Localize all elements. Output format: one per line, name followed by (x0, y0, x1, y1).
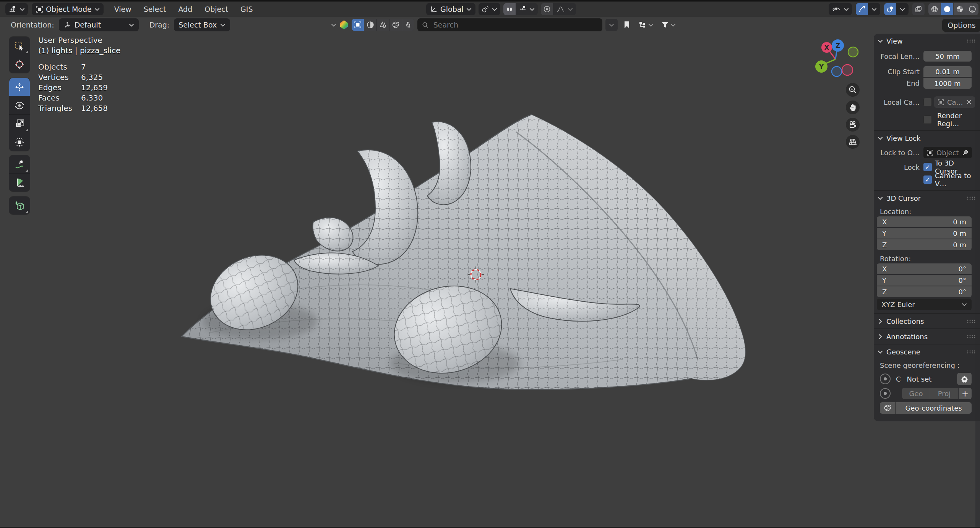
local-camera-object-field[interactable]: Ca… (934, 96, 975, 108)
menu-view[interactable]: View (108, 3, 138, 15)
mode-selector[interactable]: Object Mode (32, 3, 104, 15)
panel-view-lock-header[interactable]: View Lock (874, 131, 980, 145)
axis-neg-y-ball[interactable] (848, 47, 858, 57)
panel-3d-cursor-header[interactable]: 3D Cursor (874, 191, 980, 205)
panel-annotations-header[interactable]: Annotations (874, 329, 980, 344)
panel-collections-header[interactable]: Collections (874, 314, 980, 328)
cursor-rotation-x[interactable]: X0° (877, 263, 972, 274)
tool-scale[interactable] (9, 114, 30, 133)
options-button[interactable]: Options (942, 19, 980, 32)
shading-solid-button[interactable] (941, 3, 953, 15)
tool-rotate[interactable] (9, 96, 30, 114)
gis-primitives-tool[interactable] (377, 19, 389, 31)
pizza-slice-mesh[interactable] (164, 96, 761, 409)
editor-type-selector[interactable] (5, 3, 28, 15)
shading-wireframe-button[interactable] (928, 3, 941, 15)
overlays-toggle[interactable] (884, 3, 896, 15)
menu-select[interactable]: Select (138, 3, 172, 15)
shading-material-button[interactable] (954, 3, 966, 15)
xray-toggle[interactable] (912, 3, 925, 15)
viewport-pan-button[interactable] (846, 101, 860, 114)
focal-length-field[interactable]: 50 mm (923, 51, 972, 62)
viewport-zoom-button[interactable] (846, 83, 860, 97)
axis-neg-x-ball[interactable] (842, 65, 853, 75)
viewport-3d[interactable] (164, 96, 761, 409)
lock-to-cursor-checkbox[interactable]: ✓ (923, 163, 932, 171)
topping-basil-curl-large[interactable] (352, 150, 418, 264)
panel-grip-icon[interactable] (966, 350, 976, 354)
panel-view-header[interactable]: View (874, 34, 980, 48)
tool-annotate[interactable] (9, 155, 30, 173)
axis-y-ball[interactable]: Y (815, 60, 827, 73)
tool-transform[interactable] (9, 133, 30, 151)
tool-add-cube[interactable] (9, 197, 30, 214)
axis-x-ball[interactable]: X (821, 42, 832, 53)
collapsed-dropdown[interactable] (605, 19, 618, 31)
geo-button[interactable]: Geo (902, 388, 930, 399)
crs-radio[interactable] (880, 374, 891, 384)
gis-select-tool[interactable] (352, 19, 364, 31)
chevron-down-icon[interactable] (331, 23, 336, 27)
proportional-edit-toggle[interactable] (541, 3, 553, 15)
cursor-rotation-y[interactable]: Y0° (877, 275, 972, 286)
cursor-location-x[interactable]: X0 m (877, 216, 972, 227)
clip-end-field[interactable]: 1000 m (923, 78, 972, 89)
bookmark-button[interactable] (621, 19, 633, 31)
tool-select-box[interactable] (9, 37, 30, 55)
color-gem-icon[interactable] (339, 20, 349, 30)
shading-rendered-button[interactable] (966, 3, 978, 15)
drag-dropdown[interactable]: Select Box (174, 18, 230, 31)
add-crs-button[interactable]: + (959, 388, 972, 399)
axis-neg-z-ball[interactable] (832, 67, 842, 76)
gis-globe-tool[interactable] (389, 19, 402, 31)
proj-button[interactable]: Proj (930, 388, 958, 399)
local-camera-checkbox[interactable] (923, 98, 932, 106)
gis-brush-tool[interactable] (402, 19, 414, 31)
topping-basil-curl-small[interactable] (427, 122, 471, 205)
axis-z-ball[interactable]: Z (832, 39, 844, 52)
render-region-checkbox[interactable] (923, 115, 932, 124)
crs-settings-button[interactable] (957, 373, 972, 385)
eyedropper-icon[interactable] (962, 149, 969, 156)
lock-to-object-field[interactable]: Object (923, 147, 972, 158)
panel-grip-icon[interactable] (966, 319, 976, 323)
clip-start-field[interactable]: 0.01 m (923, 66, 972, 77)
tool-cursor[interactable] (9, 55, 30, 73)
search-input[interactable] (433, 20, 598, 29)
menu-add[interactable]: Add (172, 3, 198, 15)
geocoords-globe-button[interactable] (880, 402, 895, 414)
geo-coordinates-button[interactable]: Geo-coordinates (896, 402, 972, 414)
euler-order-dropdown[interactable]: XYZ Euler (877, 299, 972, 310)
tool-move[interactable] (9, 78, 30, 96)
pivot-point-dropdown[interactable] (479, 3, 500, 15)
outliner-dropdown[interactable] (636, 19, 656, 31)
transform-orientation-dropdown[interactable]: Global (426, 3, 475, 15)
camera-to-view-checkbox[interactable]: ✓ (923, 175, 932, 184)
filter-dropdown[interactable] (659, 19, 678, 31)
panel-grip-icon[interactable] (966, 39, 976, 43)
menu-object[interactable]: Object (198, 3, 234, 15)
viewport-ortho-button[interactable] (846, 135, 860, 149)
panel-grip-icon[interactable] (966, 335, 976, 338)
cursor-location-z[interactable]: Z0 m (877, 239, 972, 250)
cursor-rotation-z[interactable]: Z0° (877, 286, 972, 297)
panel-annotations-title: Annotations (886, 333, 928, 341)
panel-geoscene-header[interactable]: Geoscene (874, 344, 980, 359)
snap-toggle[interactable] (503, 3, 516, 15)
snap-settings-dropdown[interactable] (516, 3, 538, 15)
cursor-location-y[interactable]: Y0 m (877, 228, 972, 239)
tool-orientation-dropdown[interactable]: Default (59, 18, 139, 31)
gis-shading-sphere-tool[interactable] (364, 19, 376, 31)
menu-gis[interactable]: GIS (234, 3, 259, 15)
panel-grip-icon[interactable] (966, 196, 976, 200)
search-box[interactable] (417, 18, 602, 31)
gizmo-dropdown[interactable] (868, 3, 880, 15)
georef-radio[interactable] (880, 388, 891, 399)
visibility-dropdown[interactable] (829, 3, 852, 15)
clear-x-icon[interactable] (966, 99, 972, 105)
viewport-camera-button[interactable] (846, 118, 860, 132)
falloff-dropdown[interactable] (553, 3, 576, 15)
overlays-dropdown[interactable] (896, 3, 909, 15)
tool-measure[interactable] (9, 173, 30, 192)
gizmo-toggle[interactable] (856, 3, 868, 15)
